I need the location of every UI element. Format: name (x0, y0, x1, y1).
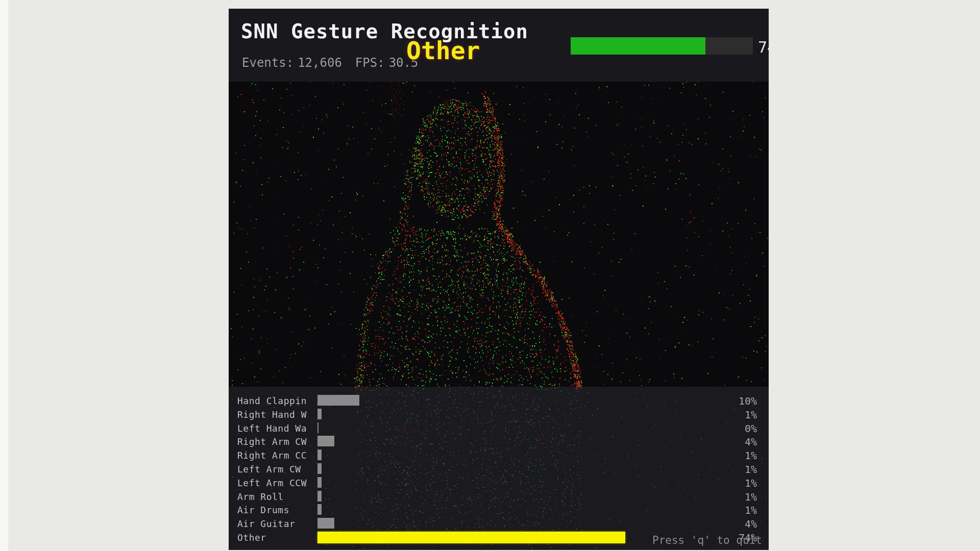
class-percent: 1% (745, 478, 757, 489)
class-probability-bar (317, 449, 322, 460)
class-probability-bar (317, 395, 359, 406)
class-percent: 1% (745, 409, 757, 420)
class-row: Left Arm CW1% (229, 463, 769, 475)
confidence-bar-fill (571, 37, 705, 55)
class-row: Air Guitar4% (229, 518, 769, 530)
fps-label: FPS: (355, 56, 385, 70)
class-label: Hand Clappin (237, 395, 307, 407)
class-label: Arm Roll (237, 491, 284, 503)
events-value: 12,606 (298, 56, 342, 70)
class-probability-bar (317, 518, 334, 529)
stats-line: Events:12,606FPS:30.5 (242, 56, 418, 70)
class-label: Left Arm CCW (237, 477, 307, 489)
class-row: Hand Clappin10% (229, 395, 769, 407)
class-percent: 4% (745, 436, 757, 447)
class-percent: 1% (745, 491, 757, 503)
desktop-left-strip (0, 0, 8, 551)
class-label: Right Arm CW (237, 436, 307, 447)
class-row: Right Arm CW4% (229, 436, 769, 448)
class-probability-bar (317, 491, 322, 502)
class-probability-bar (317, 422, 318, 433)
class-label: Right Hand W (237, 409, 307, 420)
class-percent: 4% (745, 518, 757, 530)
app-window: SNN Gesture Recognition Events:12,606FPS… (229, 9, 769, 550)
class-row: Arm Roll1% (229, 491, 769, 503)
class-label: Air Drums (237, 504, 289, 516)
class-label: Other (237, 532, 266, 543)
class-probability-bar (317, 436, 334, 446)
class-row: Air Drums1% (229, 504, 769, 516)
class-probability-bar (317, 409, 322, 419)
class-percent: 0% (745, 423, 757, 434)
class-percent: 10% (739, 395, 757, 407)
class-percent: 1% (745, 505, 757, 516)
class-row: Right Hand W1% (229, 409, 769, 421)
quit-hint: Press 'q' to quit (652, 534, 762, 546)
class-percent: 1% (745, 464, 757, 475)
prediction-overlay-label: Other (406, 36, 480, 65)
class-probability-bar (317, 477, 322, 488)
class-probability-bar (317, 504, 322, 515)
class-probability-bar (317, 463, 322, 474)
class-row: Left Arm CCW1% (229, 477, 769, 489)
class-row: Right Arm CC1% (229, 449, 769, 462)
class-row: Left Hand Wa0% (229, 422, 769, 435)
confidence-value: 74 (758, 38, 769, 56)
class-label: Left Arm CW (237, 463, 301, 475)
events-label: Events: (242, 56, 293, 70)
class-percent: 1% (745, 450, 757, 461)
desktop-background: SNN Gesture Recognition Events:12,606FPS… (0, 0, 980, 551)
app-title: SNN Gesture Recognition (241, 20, 528, 43)
class-label: Right Arm CC (237, 449, 307, 461)
class-label: Left Hand Wa (237, 422, 307, 434)
class-probability-bar (317, 532, 625, 543)
class-label: Air Guitar (237, 518, 295, 530)
confidence-bar-track (571, 37, 753, 55)
